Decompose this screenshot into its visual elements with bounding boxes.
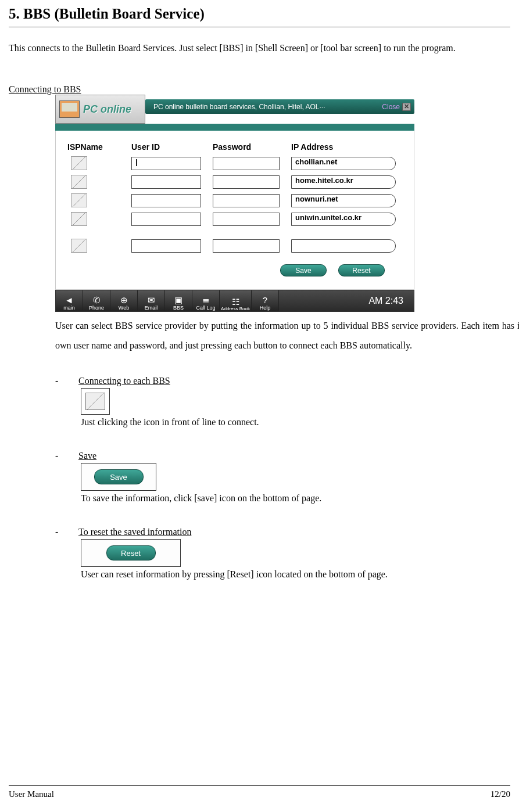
subsection-title: Connecting to BBS (9, 84, 510, 95)
bbs-row: nownuri.net (67, 193, 402, 207)
bullet-dash: - (55, 527, 62, 537)
toolbar-calllog[interactable]: ≣ Call Log (192, 290, 220, 311)
footer-left: User Manual (9, 789, 54, 799)
ipaddress-input[interactable]: uniwin.unitel.co.kr (291, 213, 396, 226)
connect-icon[interactable] (71, 239, 87, 253)
intro-text: This connects to the Bulletin Board Serv… (9, 38, 510, 58)
toolbar-label: Email (145, 305, 158, 311)
header-isp: ISPName (67, 142, 131, 152)
bbs-row (67, 239, 402, 253)
toolbar-bbs[interactable]: ▣ BBS (165, 290, 192, 311)
phone-icon: ✆ (93, 296, 101, 304)
save-button: Save (94, 469, 144, 484)
toolbar-clock: AM 2:43 (279, 290, 414, 311)
bullet-text: User can reset information by pressing [… (81, 569, 510, 580)
subtitle-bar: PC online bulletin board services, Choll… (145, 99, 414, 114)
bullet-label: Save (78, 451, 96, 461)
connect-icon-figure (81, 388, 110, 415)
password-input[interactable] (213, 175, 280, 189)
reset-button: Reset (106, 545, 156, 561)
ipaddress-input[interactable]: nownuri.net (291, 194, 396, 207)
toolbar-label: Call Log (196, 305, 215, 311)
connect-icon[interactable] (71, 156, 87, 170)
logo-box: PC online (55, 95, 145, 124)
column-headers: ISPName User ID Password IP Address (67, 142, 402, 152)
app-header: PC online PC online bulletin board servi… (55, 95, 414, 124)
bullet-save: - Save Save To save the information, cli… (55, 451, 510, 504)
bullet-text: To save the information, click [save] ic… (81, 493, 510, 504)
button-row: Save Reset (67, 257, 402, 283)
connect-icon[interactable] (71, 175, 87, 189)
toolbar-phone[interactable]: ✆ Phone (83, 290, 110, 311)
web-icon: ⊕ (120, 296, 128, 304)
addressbook-icon: ☷ (232, 297, 239, 306)
header-ipaddress: IP Address (291, 142, 402, 152)
password-input[interactable] (213, 194, 280, 207)
main-icon: ◄ (65, 296, 74, 304)
bullet-dash: - (55, 376, 62, 386)
subtitle-text: PC online bulletin board services, Choll… (153, 103, 325, 111)
bullet-dash: - (55, 451, 62, 461)
connect-icon[interactable] (71, 193, 87, 207)
calllog-icon: ≣ (202, 296, 210, 304)
ipaddress-input[interactable]: chollian.net (291, 157, 396, 170)
ipaddress-input[interactable] (291, 239, 396, 253)
page-footer: User Manual 12/20 (9, 785, 510, 799)
bbs-icon: ▣ (174, 296, 182, 304)
bbs-row: uniwin.unitel.co.kr (67, 212, 402, 226)
bullet-label: To reset the saved information (78, 527, 191, 537)
toolbar-label: BBS (173, 305, 184, 311)
toolbar-addressbook[interactable]: ☷ Address Book (220, 290, 252, 311)
bullet-label: Connecting to each BBS (78, 376, 170, 386)
password-input[interactable] (213, 157, 280, 170)
logo-text: PC online (83, 103, 131, 116)
connect-icon[interactable] (71, 212, 87, 226)
userid-input[interactable] (131, 194, 201, 207)
reset-button-figure: Reset (81, 539, 181, 567)
userid-input[interactable] (131, 239, 201, 253)
userid-input[interactable] (131, 213, 201, 226)
bullet-connecting: - Connecting to each BBS Just clicking t… (55, 376, 510, 427)
reset-button[interactable]: Reset (338, 264, 385, 276)
toolbar-help[interactable]: ? Help (252, 290, 279, 311)
close-label: Close (382, 103, 400, 111)
password-input[interactable] (213, 213, 280, 226)
bullet-reset: - To reset the saved information Reset U… (55, 527, 510, 580)
close-button[interactable]: Close ✕ (382, 103, 411, 111)
userid-input[interactable] (131, 175, 201, 189)
description-text: User can select BBS service provider by … (55, 316, 519, 355)
bbs-row: | chollian.net (67, 156, 402, 170)
toolbar-label: Help (260, 305, 271, 311)
monitor-icon (59, 100, 80, 118)
header-strip (55, 124, 414, 131)
toolbar-label: main (63, 305, 75, 311)
ipaddress-input[interactable]: home.hitel.co.kr (291, 175, 396, 189)
toolbar-label: Address Book (221, 307, 250, 311)
email-icon: ✉ (148, 296, 155, 304)
toolbar-main[interactable]: ◄ main (56, 290, 83, 311)
bullet-text: Just clicking the icon in front of line … (81, 417, 510, 427)
bbs-row: home.hitel.co.kr (67, 175, 402, 189)
connect-icon (85, 393, 105, 410)
password-input[interactable] (213, 239, 280, 253)
form-area: ISPName User ID Password IP Address | ch… (55, 131, 414, 290)
toolbar-web[interactable]: ⊕ Web (110, 290, 138, 311)
userid-input[interactable]: | (131, 157, 201, 170)
toolbar-email[interactable]: ✉ Email (138, 290, 165, 311)
save-button-figure: Save (81, 463, 156, 491)
app-window: PC online PC online bulletin board servi… (55, 95, 414, 312)
help-icon: ? (263, 296, 267, 304)
toolbar-label: Phone (89, 305, 104, 311)
footer-right: 12/20 (491, 789, 510, 799)
close-icon[interactable]: ✕ (402, 103, 411, 111)
save-button[interactable]: Save (280, 264, 327, 276)
header-userid: User ID (131, 142, 213, 152)
header-password: Password (213, 142, 291, 152)
section-title: 5. BBS (Bulletin Board Service) (9, 6, 510, 27)
toolbar-label: Web (119, 305, 129, 311)
toolbar: ◄ main ✆ Phone ⊕ Web ✉ Email ▣ BBS ≣ Cal… (55, 290, 414, 312)
